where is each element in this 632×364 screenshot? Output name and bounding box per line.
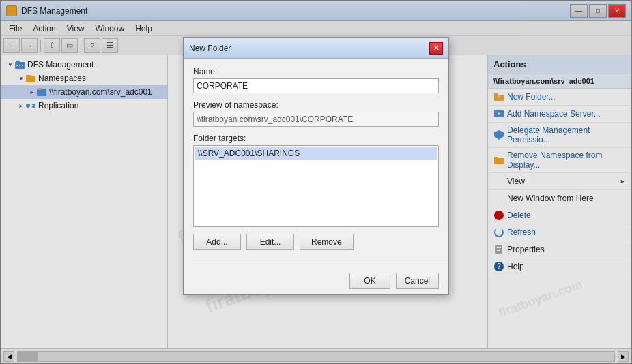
edit-button[interactable]: Edit...	[246, 234, 294, 250]
cancel-button[interactable]: Cancel	[396, 273, 439, 289]
targets-label: Folder targets:	[193, 134, 439, 143]
folder-target-item[interactable]: \\SRV_ADC001\SHARINGS	[195, 147, 437, 160]
dialog-titlebar: New Folder ✕	[184, 38, 448, 59]
folder-targets-box[interactable]: \\SRV_ADC001\SHARINGS	[193, 145, 439, 227]
remove-button[interactable]: Remove	[300, 234, 354, 250]
name-label: Name:	[193, 67, 439, 76]
preview-input	[193, 112, 439, 127]
add-button[interactable]: Add...	[193, 234, 241, 250]
name-input[interactable]	[193, 78, 439, 93]
dialog-footer: OK Cancel	[184, 267, 448, 294]
dialog-close-button[interactable]: ✕	[429, 42, 443, 55]
target-buttons: Add... Edit... Remove	[193, 234, 439, 250]
dialog-content: Name: Preview of namespace: Folder targe…	[184, 59, 448, 267]
ok-button[interactable]: OK	[349, 273, 390, 289]
dialog-overlay: New Folder ✕ Name: Preview of namespace:…	[0, 0, 632, 364]
dialog-title: New Folder	[189, 44, 231, 53]
preview-label: Preview of namespace:	[193, 100, 439, 110]
new-folder-dialog: New Folder ✕ Name: Preview of namespace:…	[183, 37, 449, 295]
